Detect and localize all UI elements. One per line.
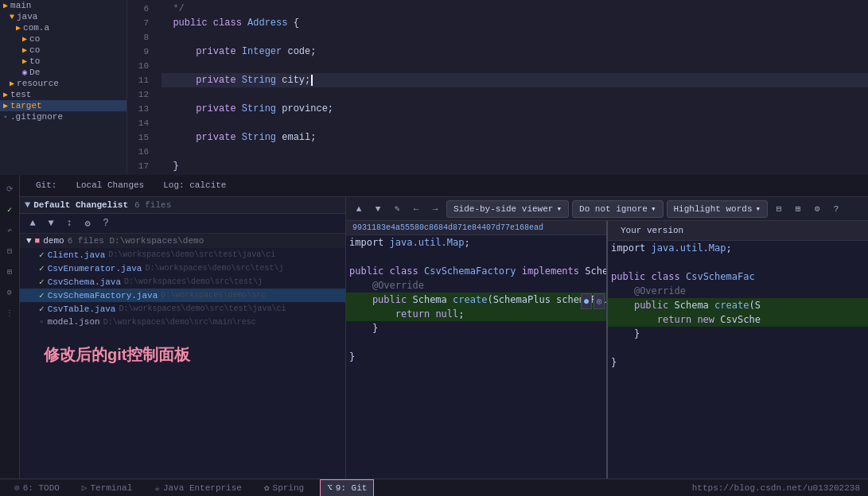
diff-edit-btn[interactable]: ✎ [389, 201, 405, 217]
group-header[interactable]: ▼ ■ demo 6 files D:\workspaces\demo [20, 234, 345, 248]
code-line [162, 145, 868, 159]
git-tab-git[interactable]: Git: [26, 177, 66, 195]
accept-left-btn[interactable]: ● [581, 293, 592, 309]
diff-right-lines: import java.util.Map; public class CsvSc… [608, 241, 868, 479]
diff-split-btn[interactable]: ⊞ [790, 201, 806, 217]
tree-label: java [17, 12, 37, 21]
diff-line-content: public class CsvSchemaFac [608, 269, 868, 284]
tree-label: main [10, 1, 31, 10]
tree-item[interactable]: ▶ resource [0, 78, 127, 89]
tree-label: test [10, 90, 31, 99]
changelist-title: Default Changelist [33, 200, 128, 210]
code-line [162, 30, 868, 45]
diff-settings-btn[interactable]: ⚙ [809, 201, 825, 217]
status-tab-java-enterprise[interactable]: ☕ Java Enterprise [148, 479, 248, 497]
check-icon-btn[interactable]: ✓ [2, 202, 18, 218]
git-icon-btn[interactable]: ⟳ [2, 181, 18, 197]
file-entry[interactable]: ◦ model.json D:\workspaces\demo\src\main… [20, 316, 345, 328]
changelist-panel: ▼ Default Changelist 6 files ▲ ▼ ↕ ⚙ ? [20, 197, 346, 479]
viewer-mode-dropdown[interactable]: Side-by-side viewer ▾ [446, 200, 569, 218]
file-entry[interactable]: ✓ CsvEnumerator.java D:\workspaces\demo\… [20, 262, 345, 275]
diff-help-btn[interactable]: ? [828, 201, 844, 217]
code-line: */ [162, 2, 868, 16]
diff-back-btn[interactable]: ← [408, 201, 424, 217]
bottom-section: ⟳ ✓ ↶ ⊟ ⊞ ⚙ ⋮ Git: Local Changes Log: ca… [0, 175, 868, 479]
special-icon: ◉ [22, 68, 27, 77]
status-tab-git[interactable]: ⌥ 9: Git [320, 479, 374, 497]
diff-line-content: } [346, 321, 606, 335]
diff-line-content: return null; [346, 307, 606, 321]
file-path: D:\workspaces\demo\src\test\j [145, 264, 283, 273]
file-modified-icon: ✓ [39, 250, 45, 260]
file-path: D:\workspaces\demo\src [161, 291, 266, 300]
accept-both-btn[interactable]: ◎ [594, 293, 605, 309]
jump-btn[interactable]: ↕ [61, 215, 77, 231]
file-path: D:\workspaces\demo\src\main\resc [103, 318, 256, 327]
diff-down-btn[interactable]: ▼ [370, 201, 386, 217]
file-name: Client.java [48, 250, 106, 260]
tree-item[interactable]: ◦ .gitignore [0, 111, 127, 122]
diff-left-lines: import java.util.Map; public class CsvSc… [346, 235, 606, 479]
status-bar: ⊙ 6: TODO ▷ Terminal ☕ Java Enterprise ✿… [0, 479, 868, 496]
code-editor[interactable]: 6 7 8 9 10 11 12 13 14 15 16 17 */ publi… [127, 0, 868, 175]
diff-line-highlight: public Schema create(SchemaPlus schemaPl… [346, 293, 606, 307]
diff-icon-btn[interactable]: ⊟ [2, 243, 18, 259]
tree-item[interactable]: ▶ main [0, 0, 127, 11]
diff-collapse-btn[interactable]: ⊟ [771, 201, 787, 217]
diff-content: 9931183e4a55580c8684d871e84407d77e168ead… [346, 221, 868, 479]
ignore-mode-dropdown[interactable]: Do not ignore ▾ [572, 200, 663, 218]
git-tab-log[interactable]: Log: calcite [154, 177, 235, 195]
tree-item[interactable]: ▶ test [0, 89, 127, 100]
diff-line: } [346, 350, 606, 364]
branch-icon-btn[interactable]: ⚙ [2, 285, 18, 300]
settings-btn[interactable]: ⚙ [80, 215, 95, 231]
tree-item[interactable]: ▶ to [0, 56, 127, 67]
tree-item[interactable]: ▶ co [0, 45, 127, 56]
spring-icon: ✿ [264, 482, 270, 493]
file-entry[interactable]: ✓ CsvSchema.java D:\workspaces\demo\src\… [20, 275, 345, 289]
diff-line-content: return new CsvSche [608, 312, 868, 327]
status-tab-terminal[interactable]: ▷ Terminal [76, 479, 138, 497]
git-tab-local-changes[interactable]: Local Changes [66, 177, 154, 195]
diff-line-highlight: public Schema create(S [608, 298, 868, 312]
tree-label: to [29, 56, 40, 66]
help-btn[interactable]: ? [98, 215, 114, 231]
folder-orange-icon: ▶ [3, 101, 8, 110]
file-entry[interactable]: ✓ CsvTable.java D:\workspaces\demo\src\t… [20, 302, 345, 316]
status-left: ⊙ 6: TODO ▷ Terminal ☕ Java Enterprise ✿… [8, 479, 374, 497]
status-tab-spring[interactable]: ✿ Spring [258, 479, 310, 497]
file-path: D:\workspaces\demo\src\test\java\ci [119, 304, 286, 313]
diff-line: import java.util.Map; [346, 235, 606, 250]
code-line [162, 116, 868, 130]
diff-right-header: Your version [608, 221, 868, 241]
changelist-file-count: 6 files [134, 200, 171, 210]
tree-item[interactable]: ◉ De [0, 67, 127, 78]
history-icon-btn[interactable]: ⊞ [2, 264, 18, 280]
rollback-icon-btn[interactable]: ↶ [2, 223, 18, 238]
annotation-text: 修改后的git控制面板 [20, 328, 345, 382]
changelist-toolbar: ▲ ▼ ↕ ⚙ ? [20, 214, 345, 234]
status-tab-todo[interactable]: ⊙ 6: TODO [8, 479, 66, 497]
tree-item[interactable]: ▶ co [0, 33, 127, 45]
diff-line-content: @Override [346, 278, 606, 293]
tree-label: .gitignore [10, 112, 63, 122]
code-line: private String province; [162, 102, 868, 116]
diff-up-btn[interactable]: ▲ [351, 201, 367, 217]
down-btn[interactable]: ▼ [43, 215, 59, 231]
file-entry[interactable]: ✓ Client.java D:\workspaces\demo\src\tes… [20, 248, 345, 262]
highlight-mode-dropdown[interactable]: Highlight words ▾ [667, 200, 769, 218]
tree-item-target[interactable]: ▶ target [0, 100, 127, 111]
collapse-icon: ▼ [25, 200, 30, 211]
tree-item[interactable]: ▼ java [0, 11, 127, 22]
file-entry-selected[interactable]: ✓ CsvSchemaFactory.java D:\workspaces\de… [20, 289, 345, 302]
file-name: CsvSchema.java [48, 277, 121, 287]
tree-label: resource [17, 79, 59, 88]
file-icon: ◦ [39, 317, 45, 327]
file-modified-icon: ✓ [39, 277, 45, 287]
more-icon-btn[interactable]: ⋮ [2, 305, 18, 321]
tree-item[interactable]: ▶ com.a [0, 22, 127, 33]
line-numbers: 6 7 8 9 10 11 12 13 14 15 16 17 [127, 0, 155, 175]
up-btn[interactable]: ▲ [25, 215, 41, 231]
diff-line-content: public class CsvSchemaFactory implements… [346, 264, 606, 278]
diff-forward-btn[interactable]: → [427, 201, 443, 217]
